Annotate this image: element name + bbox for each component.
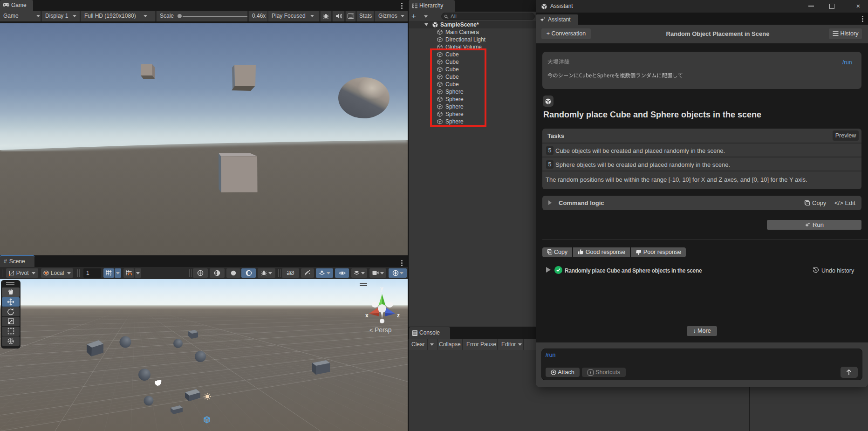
svg-text:z: z (397, 312, 400, 319)
svg-text:Y: Y (109, 273, 112, 276)
svg-text:y: y (380, 285, 383, 292)
svg-text:x: x (365, 312, 369, 319)
